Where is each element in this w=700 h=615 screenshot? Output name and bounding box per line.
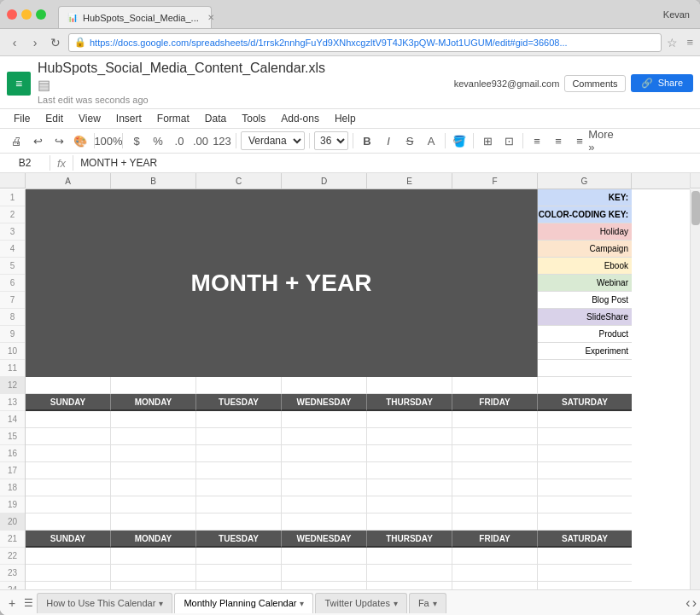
undo-button[interactable]: ↩ xyxy=(28,131,47,150)
cell[interactable] xyxy=(111,428,196,445)
menu-addons[interactable]: Add-ons xyxy=(274,111,326,126)
cell[interactable] xyxy=(452,462,538,479)
cell[interactable] xyxy=(538,462,632,479)
cell[interactable] xyxy=(538,411,632,428)
cell[interactable] xyxy=(452,513,538,531)
menu-view[interactable]: View xyxy=(72,111,108,126)
menu-help[interactable]: Help xyxy=(328,111,363,126)
cell[interactable] xyxy=(452,411,538,428)
title-merged-cell[interactable]: MONTH + YEAR xyxy=(26,189,538,377)
cell[interactable] xyxy=(367,513,452,531)
week1-thursday[interactable]: THURSDAY xyxy=(367,394,452,411)
cell[interactable] xyxy=(26,411,111,428)
week2-monday[interactable]: MONDAY xyxy=(111,531,196,548)
comments-button[interactable]: Comments xyxy=(564,75,625,92)
add-sheet-button[interactable]: + xyxy=(3,595,20,612)
format-num-button[interactable]: 123 xyxy=(213,131,231,150)
align-center-button[interactable]: ≡ xyxy=(549,131,568,150)
cell[interactable] xyxy=(196,582,282,589)
cell[interactable] xyxy=(282,479,367,496)
cell[interactable] xyxy=(452,496,538,513)
week2-wednesday[interactable]: WEDNESDAY xyxy=(282,531,367,548)
cell[interactable] xyxy=(367,462,452,479)
cell[interactable] xyxy=(282,565,367,582)
forward-button[interactable]: › xyxy=(27,35,43,50)
cell[interactable] xyxy=(367,582,452,589)
cell-11d[interactable] xyxy=(282,377,367,394)
paint-format-button[interactable]: 🎨 xyxy=(71,131,90,150)
menu-file[interactable]: File xyxy=(7,111,37,126)
cell[interactable] xyxy=(196,428,282,445)
cell[interactable] xyxy=(26,548,111,565)
cell[interactable] xyxy=(538,565,632,582)
cell[interactable] xyxy=(367,428,452,445)
italic-button[interactable]: I xyxy=(379,131,398,150)
cell[interactable] xyxy=(196,445,282,462)
tab-next-button[interactable]: › xyxy=(692,595,697,611)
cell[interactable] xyxy=(196,548,282,565)
zoom-button[interactable]: 100% xyxy=(99,131,118,150)
cell[interactable] xyxy=(538,445,632,462)
bold-button[interactable]: B xyxy=(358,131,376,150)
cell[interactable] xyxy=(26,428,111,445)
col-header-g[interactable]: G xyxy=(538,173,632,189)
sheet-menu-button[interactable]: ☰ xyxy=(22,595,35,611)
menu-edit[interactable]: Edit xyxy=(38,111,70,126)
cell-11c[interactable] xyxy=(196,377,282,394)
tab-monthly-planning[interactable]: Monthly Planning Calendar ▾ xyxy=(174,593,313,613)
week2-sunday[interactable]: SUNDAY xyxy=(26,531,111,548)
cell[interactable] xyxy=(452,445,538,462)
vertical-scrollbar[interactable] xyxy=(690,189,700,589)
cell-11f[interactable] xyxy=(452,377,538,394)
week2-friday[interactable]: FRIDAY xyxy=(452,531,538,548)
col-header-d[interactable]: D xyxy=(282,173,367,189)
percent-button[interactable]: % xyxy=(149,131,167,150)
cell[interactable] xyxy=(282,411,367,428)
close-button[interactable] xyxy=(7,9,17,20)
menu-icon[interactable]: ≡ xyxy=(686,36,693,49)
cell[interactable] xyxy=(196,411,282,428)
cell[interactable] xyxy=(538,548,632,565)
menu-insert[interactable]: Insert xyxy=(109,111,149,126)
cell[interactable] xyxy=(538,428,632,445)
cell[interactable] xyxy=(538,582,632,589)
cell[interactable] xyxy=(282,513,367,531)
cell[interactable] xyxy=(538,479,632,496)
decimal-dec-button[interactable]: .0 xyxy=(170,131,189,150)
cell[interactable] xyxy=(367,565,452,582)
cell[interactable] xyxy=(196,513,282,531)
week1-tuesday[interactable]: TUESDAY xyxy=(196,394,282,411)
tab-twitter-updates[interactable]: Twitter Updates ▾ xyxy=(315,593,406,613)
share-button[interactable]: 🔗 Share xyxy=(631,74,693,92)
cell[interactable] xyxy=(452,428,538,445)
cell[interactable] xyxy=(26,582,111,589)
cell[interactable] xyxy=(452,582,538,589)
cell[interactable] xyxy=(111,496,196,513)
cell-11b[interactable] xyxy=(111,377,196,394)
print-button[interactable]: 🖨 xyxy=(7,131,26,150)
cell[interactable] xyxy=(452,548,538,565)
cell-reference[interactable]: B2 xyxy=(3,157,46,169)
cell[interactable] xyxy=(26,445,111,462)
cell[interactable] xyxy=(196,479,282,496)
tab-close-icon[interactable]: ✕ xyxy=(207,13,214,22)
cell[interactable] xyxy=(282,462,367,479)
font-color-button[interactable]: A xyxy=(422,131,440,150)
cell[interactable] xyxy=(111,565,196,582)
col-header-e[interactable]: E xyxy=(367,173,452,189)
cell[interactable] xyxy=(367,479,452,496)
tab-prev-button[interactable]: ‹ xyxy=(685,595,690,611)
cell[interactable] xyxy=(367,548,452,565)
cell[interactable] xyxy=(111,445,196,462)
cell[interactable] xyxy=(538,496,632,513)
cell[interactable] xyxy=(26,496,111,513)
menu-format[interactable]: Format xyxy=(150,111,196,126)
strikethrough-button[interactable]: S xyxy=(400,131,419,150)
align-right-button[interactable]: ≡ xyxy=(570,131,589,150)
cell[interactable] xyxy=(282,582,367,589)
cell[interactable] xyxy=(282,548,367,565)
cell[interactable] xyxy=(26,565,111,582)
cell[interactable] xyxy=(111,582,196,589)
col-header-b[interactable]: B xyxy=(111,173,196,189)
tab-how-to-use[interactable]: How to Use This Calendar ▾ xyxy=(37,593,172,613)
